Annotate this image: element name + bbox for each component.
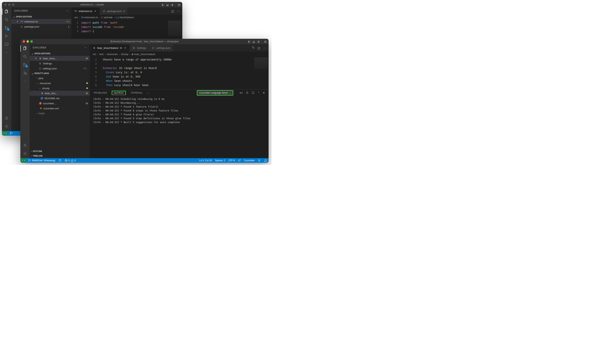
close-icon[interactable]: × <box>16 20 19 23</box>
window-close-dot[interactable] <box>23 40 25 43</box>
settings-gear-icon[interactable] <box>23 151 27 156</box>
editor-tab[interactable]: ≣hear_shout.feature M × <box>90 44 130 52</box>
tree-item[interactable]: › java <box>30 76 90 81</box>
encoding-status[interactable]: UTF-8 <box>227 159 237 162</box>
more-actions-icon[interactable]: ⋯ <box>177 9 180 13</box>
output-log[interactable]: [Info - 08:44:15] Scheduling reindexing … <box>90 96 269 136</box>
settings-gear-icon[interactable] <box>4 124 9 129</box>
run-debug-icon[interactable] <box>4 34 9 38</box>
open-editor-item[interactable]: { } package.json 1 <box>11 24 71 29</box>
layout-left-icon[interactable]: ◧ <box>248 40 251 43</box>
window-minimize-dot[interactable] <box>8 3 10 6</box>
tree-item[interactable]: ◥ cucumber.xml <box>30 106 90 111</box>
more-icon[interactable]: ⋯ <box>23 79 27 83</box>
breadcrumb-item[interactable]: test <box>100 53 103 56</box>
more-actions-icon[interactable]: ⋯ <box>84 46 87 49</box>
open-log-icon[interactable] <box>252 91 255 95</box>
open-editor-item[interactable]: × ≣ hear_shou... M <box>30 56 90 61</box>
layout-customize-icon[interactable]: ▦ <box>178 3 180 6</box>
tree-item[interactable]: i README.md <box>30 96 90 101</box>
compare-changes-icon[interactable] <box>252 46 255 50</box>
explorer-icon[interactable] <box>4 9 9 14</box>
tree-item[interactable]: J cucumber.... M <box>30 101 90 106</box>
minimap[interactable] <box>254 57 268 69</box>
breadcrumbs[interactable]: src›test›resources›shouty›≣ hear_shout.f… <box>90 52 269 57</box>
breadcrumb-item[interactable]: ≣ hear_shout.feature <box>131 53 155 56</box>
eol-status[interactable]: LF <box>237 159 242 162</box>
breadcrumb-item[interactable]: shouty <box>121 53 128 56</box>
run-debug-icon[interactable] <box>23 71 27 75</box>
window-zoom-dot[interactable] <box>12 3 14 6</box>
sync-status[interactable] <box>57 159 63 162</box>
source-control-icon[interactable]: 4 <box>23 63 27 67</box>
editor-tab[interactable]: { }settings.json <box>149 44 173 52</box>
more-icon[interactable]: ⋯ <box>4 50 9 55</box>
breadcrumb-item[interactable]: ⬡ activate <box>101 16 112 19</box>
panel-tab-terminal[interactable]: TERMINAL <box>130 91 143 95</box>
unlock-scroll-icon[interactable] <box>246 91 249 95</box>
project-header[interactable]: SHOUTY.JAVA <box>30 71 90 76</box>
explorer-icon[interactable] <box>23 46 27 51</box>
open-editors-header[interactable]: OPEN EDITORS <box>11 14 71 19</box>
timeline-header[interactable]: › TIMELINE <box>30 154 90 158</box>
search-icon[interactable] <box>4 18 9 22</box>
breadcrumb-item[interactable]: [∘] clientOptions <box>116 16 134 19</box>
breadcrumb-item[interactable]: TS extension.ts <box>81 16 98 19</box>
open-editor-item[interactable]: { } settings.json /U... <box>30 66 90 71</box>
notifications-icon[interactable] <box>262 159 269 162</box>
tree-item[interactable]: ⌄ shouty <box>30 86 90 91</box>
editor-tab[interactable]: ☰Settings <box>130 44 149 52</box>
breadcrumbs[interactable]: src›TS extension.ts›⬡ activate›[∘] clien… <box>71 15 182 20</box>
breadcrumb-item[interactable]: resources <box>107 53 118 56</box>
window-minimize-dot[interactable] <box>27 40 29 43</box>
code-editor[interactable]: 2345678 Shouts have a range of approxima… <box>90 57 269 89</box>
feedback-icon[interactable] <box>256 159 262 162</box>
panel-tab-problems[interactable]: PROBLEMS <box>93 91 107 95</box>
close-icon[interactable]: × <box>34 57 38 60</box>
breadcrumb-item[interactable]: src <box>93 53 96 56</box>
layout-customize-icon[interactable]: ▦ <box>264 40 267 43</box>
layout-bottom-icon[interactable]: ⬓ <box>253 40 255 43</box>
outline-header[interactable]: › OUTLINE <box>30 149 90 154</box>
titlebar[interactable]: [Extension Development Host] - hear_shou… <box>20 39 269 44</box>
cursor-position[interactable]: Ln 5, Col 18 <box>198 159 214 162</box>
more-actions-icon[interactable]: ⋯ <box>66 9 68 12</box>
panel-tab-output[interactable]: OUTPUT <box>112 91 126 95</box>
close-icon[interactable]: × <box>123 46 127 49</box>
layout-bottom-icon[interactable]: ⬓ <box>166 3 169 6</box>
remote-indicator[interactable] <box>20 158 27 163</box>
editor-tab[interactable]: { }package.json 1 <box>100 7 128 15</box>
indentation-status[interactable]: Spaces: 2 <box>213 159 227 162</box>
output-channel-select[interactable]: Cucumber Language Serve ⌄ <box>197 90 234 96</box>
branch-status[interactable]: 85d901be* (Rebasing) <box>27 159 57 162</box>
scm-branch[interactable] <box>8 132 14 135</box>
tree-item[interactable]: ⌄ resources <box>30 81 90 86</box>
titlebar[interactable]: extension.ts — vscode ◧ ⬓ ◨ | ▦ <box>2 2 182 7</box>
tree-item[interactable]: ≣ hear_sho... M <box>30 91 90 96</box>
minimap[interactable] <box>168 20 181 36</box>
search-icon[interactable] <box>23 54 27 59</box>
errors-status[interactable]: 0 0 <box>63 159 77 162</box>
breadcrumb-item[interactable]: src <box>75 16 78 19</box>
split-editor-icon[interactable]: ◫ <box>258 46 261 50</box>
more-actions-icon[interactable]: ⋯ <box>263 46 266 50</box>
editor-tab[interactable]: TSextension.ts × <box>71 7 100 15</box>
panel-close-icon[interactable]: ✕ <box>262 91 265 95</box>
open-editor-item[interactable]: × TS extension.ts src <box>11 19 71 24</box>
layout-right-icon[interactable]: ◨ <box>171 3 173 6</box>
accounts-icon[interactable] <box>4 116 9 120</box>
layout-right-icon[interactable]: ◨ <box>257 40 260 43</box>
close-icon[interactable]: × <box>94 9 97 13</box>
layout-left-icon[interactable]: ◧ <box>162 3 164 6</box>
source-control-icon[interactable]: 3 <box>4 26 9 30</box>
clear-output-icon[interactable]: ≡× <box>240 91 243 95</box>
accounts-icon[interactable] <box>23 143 27 148</box>
panel-maximize-icon[interactable]: ⌃ <box>257 91 260 95</box>
window-close-dot[interactable] <box>4 3 7 6</box>
panel-more-icon[interactable]: ⋯ <box>147 91 150 95</box>
remote-indicator[interactable] <box>2 131 8 136</box>
open-editors-header[interactable]: OPEN EDITORS <box>30 51 90 56</box>
split-editor-icon[interactable]: ◫ <box>171 9 174 13</box>
window-zoom-dot[interactable] <box>30 40 33 43</box>
remote-explorer-icon[interactable] <box>4 42 9 46</box>
